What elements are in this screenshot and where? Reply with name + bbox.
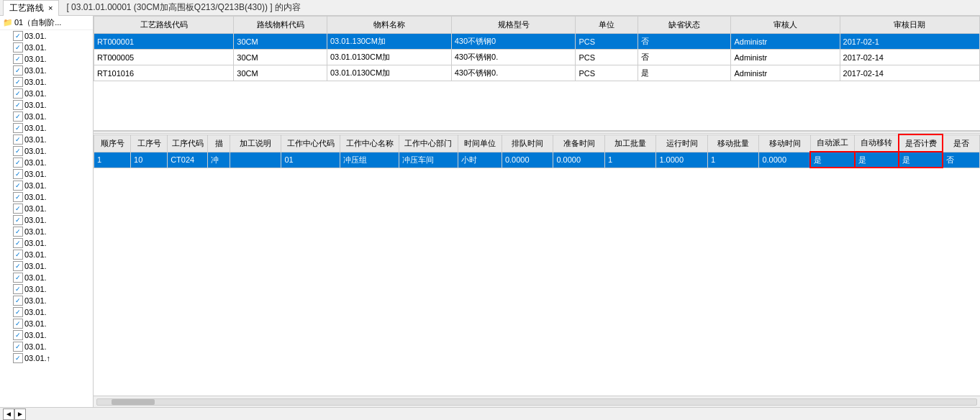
tree-item[interactable]: 03.01.	[0, 237, 93, 249]
scroll-thumb[interactable]	[112, 399, 155, 405]
sidebar: 📁 01（自制阶... 03.01.03.01.03.01.03.01.03.0…	[0, 16, 94, 407]
tree-item[interactable]: 03.01.	[0, 157, 93, 168]
tree-checkbox[interactable]	[13, 134, 23, 145]
tree-checkbox[interactable]	[13, 227, 23, 237]
tree-item-label: 03.01.	[24, 239, 47, 247]
tree-checkbox[interactable]	[13, 238, 23, 248]
nav-prev-button[interactable]: ◄	[3, 408, 14, 420]
col-run-time: 运行时间	[656, 134, 708, 152]
table-cell: 1	[604, 152, 656, 168]
tree-checkbox[interactable]	[13, 31, 23, 41]
tree-checkbox[interactable]	[13, 111, 23, 122]
tree-item[interactable]: 03.01.	[0, 306, 93, 318]
nav-next-button[interactable]: ►	[14, 408, 26, 420]
tree-item[interactable]: 03.01.	[0, 341, 93, 352]
tree-item[interactable]: 03.01.	[0, 249, 93, 260]
tree-item[interactable]: 03.01.	[0, 65, 93, 76]
table-cell: 冲压组	[340, 152, 399, 168]
tree-item-label: 03.01.	[24, 32, 47, 40]
tree-item[interactable]: 03.01.	[0, 191, 93, 203]
col-unit: 单位	[576, 17, 638, 34]
close-button[interactable]: ×	[48, 4, 53, 12]
tree-item[interactable]: 03.01.	[0, 111, 93, 122]
tree-item-label: 03.01.	[24, 124, 47, 132]
table-cell: CT024	[168, 152, 208, 168]
tree-item[interactable]: 03.01.	[0, 134, 93, 145]
tree-checkbox[interactable]	[13, 123, 23, 133]
tree-checkbox[interactable]	[13, 77, 23, 87]
tree-checkbox[interactable]	[13, 192, 23, 202]
folder-icon: 📁	[3, 18, 13, 27]
main-layout: 📁 01（自制阶... 03.01.03.01.03.01.03.01.03.0…	[0, 16, 980, 407]
table-row[interactable]: RT00000130CM03.01.130CM加430不锈钢0PCS否Admin…	[94, 34, 980, 50]
tree-item[interactable]: 03.01.	[0, 329, 93, 341]
tree-checkbox[interactable]	[13, 330, 23, 340]
tree-item[interactable]: 03.01.	[0, 168, 93, 180]
tree-item[interactable]: 03.01.	[0, 99, 93, 111]
root-node-label[interactable]: 01（自制阶...	[14, 17, 61, 28]
tree-item[interactable]: 03.01.	[0, 145, 93, 157]
table-cell: 2017-02-1	[840, 34, 979, 50]
tree-checkbox[interactable]	[13, 342, 23, 352]
tree-checkbox[interactable]	[13, 319, 23, 329]
tree-item[interactable]: 03.01.	[0, 122, 93, 134]
tree-checkbox[interactable]	[13, 204, 23, 214]
table-cell: 03.01.0130CM加	[327, 65, 451, 81]
tree-item[interactable]: 03.01.	[0, 88, 93, 99]
tree-item-label: 03.01.	[24, 89, 47, 98]
tree-item[interactable]: 03.01.	[0, 30, 93, 42]
tree-item[interactable]: 03.01.	[0, 295, 93, 306]
upper-table-container[interactable]: 工艺路线代码 路线物料代码 物料名称 规格型号 单位 缺省状态 审核人 审核日期…	[94, 16, 980, 131]
tree-item[interactable]: 03.01.	[0, 226, 93, 237]
table-row[interactable]: RT10101630CM03.01.0130CM加430不锈钢0.PCS是Adm…	[94, 65, 980, 81]
table-cell: 30CM	[234, 65, 327, 81]
tree-checkbox[interactable]	[13, 100, 23, 110]
table-cell: 是	[899, 152, 943, 168]
tree-item[interactable]: 03.01.	[0, 272, 93, 283]
scroll-track[interactable]	[96, 398, 977, 406]
tree-checkbox[interactable]	[13, 169, 23, 179]
tree-checkbox[interactable]	[13, 54, 23, 64]
tree-item[interactable]: 03.01.	[0, 318, 93, 329]
table-row[interactable]: 110CT024冲01冲压组冲压车间小时0.00000.000011.00001…	[94, 152, 980, 168]
table-row[interactable]: RT00000530CM03.01.0130CM加430不锈钢0.PCS否Adm…	[94, 50, 980, 65]
tree-checkbox[interactable]	[13, 65, 23, 76]
tree-item-label: 03.01.	[24, 227, 47, 236]
tree-item[interactable]: 03.01.↑	[0, 352, 93, 364]
tree-checkbox[interactable]	[13, 88, 23, 99]
tree-item[interactable]: 03.01.	[0, 283, 93, 295]
tree-item-label: 03.01.	[24, 147, 47, 155]
tree-checkbox[interactable]	[13, 284, 23, 294]
tree-checkbox[interactable]	[13, 158, 23, 168]
tree-checkbox[interactable]	[13, 261, 23, 271]
tree-checkbox[interactable]	[13, 250, 23, 260]
tree-item[interactable]: 03.01.	[0, 203, 93, 214]
tree-item[interactable]: 03.01.	[0, 42, 93, 53]
lower-table-container[interactable]: 顺序号 工序号 工序代码 描 加工说明 工作中心代码 工作中心名称 工作中心部门…	[94, 134, 980, 396]
tree-item[interactable]: 03.01.	[0, 53, 93, 65]
tab-label: 工艺路线	[9, 2, 44, 14]
table-cell: 2017-02-14	[840, 50, 979, 65]
col-wc-name: 工作中心名称	[340, 134, 399, 152]
tree-checkbox[interactable]	[13, 353, 23, 363]
table-cell: 是	[638, 65, 731, 81]
table-cell: PCS	[576, 34, 638, 50]
tree-checkbox[interactable]	[13, 273, 23, 283]
tree-item[interactable]: 03.01.	[0, 214, 93, 226]
tree-checkbox[interactable]	[13, 307, 23, 317]
tree-item[interactable]: 03.01.	[0, 180, 93, 191]
table-cell: 1	[707, 152, 759, 168]
tree-checkbox[interactable]	[13, 181, 23, 191]
tree-item[interactable]: 03.01.	[0, 260, 93, 272]
table-cell: PCS	[576, 50, 638, 65]
table-cell: 小时	[458, 152, 502, 168]
bottom-scrollbar[interactable]	[94, 396, 980, 407]
tree-item-label: 03.01.	[24, 262, 47, 270]
tree-checkbox[interactable]	[13, 146, 23, 156]
tree-checkbox[interactable]	[13, 215, 23, 225]
tree-checkbox[interactable]	[13, 42, 23, 52]
col-move-time: 移动时间	[759, 134, 811, 152]
tree-item[interactable]: 03.01.	[0, 76, 93, 88]
tree-item-label: 03.01.	[24, 250, 47, 259]
tree-checkbox[interactable]	[13, 296, 23, 306]
